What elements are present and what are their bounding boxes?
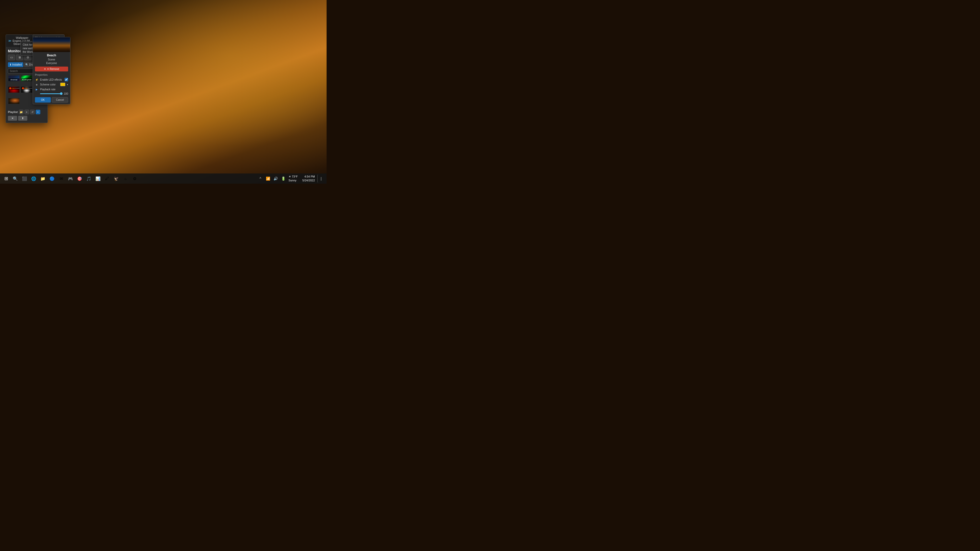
taskbar-mail[interactable]: ✉ [57,175,65,183]
taskbar-weather[interactable]: ☀ 73°F Sunny [288,173,300,184]
taskbar-app2[interactable]: ⚙ [130,175,139,183]
properties-title: Properties [35,73,68,76]
wallpaper-item-cue1[interactable]: CUE ENABLED [8,86,20,93]
led-effects-label: Enable LED effects [40,78,63,81]
taskbar-game2[interactable]: 🎯 [76,175,84,183]
color-icon: ◈ [35,83,38,86]
wallpaper-label-audiophile: Audiophile [21,78,32,81]
clock-date: 5/24/2022 [302,179,315,183]
playback-value: 100 [62,92,68,95]
weather-temp: ☀ 73°F [289,175,298,179]
monitor-screen-icon: ▭ [10,56,13,59]
cue-enabled-1: ENABLED [15,87,20,89]
cue-text-2: CUE [24,87,27,89]
discover-icon: 🔍 [25,63,28,66]
property-row-led: ⚡ Enable LED effects [35,78,68,81]
taskbar-steam[interactable]: ♨ [121,175,130,183]
cue-enabled-2: ENABLED [28,87,33,89]
playback-slider[interactable]: 100 [40,92,68,95]
taskbar-game1[interactable]: 🎮 [66,175,75,183]
wallpaper-label-arsenal: Arsenal [8,78,19,81]
window-footer: ✕ ⬆ [8,116,45,121]
sys-network-icon[interactable]: 📶 [264,175,272,183]
led-effects-checkbox[interactable] [65,78,68,81]
tab-installed[interactable]: ⬇ Installed [8,62,23,67]
taskbar-pen[interactable]: 🖊 [103,175,111,183]
playback-slider-row: 100 [35,92,68,95]
taskbar-app1[interactable]: 🦅 [112,175,121,183]
taskbar-search[interactable]: 🔍 [11,175,19,183]
sys-volume-icon[interactable]: 🔊 [272,175,279,183]
ok-button[interactable]: OK [35,97,51,103]
taskbar-chrome[interactable]: 🔵 [48,175,56,183]
remove-x-icon: ✕ [44,68,46,70]
wallpaper-item-galaxy[interactable] [8,98,20,104]
slider-fill [40,94,62,94]
taskbar-task-view[interactable]: ⬛ [21,175,29,183]
beach-detail-body: Beach Scene Everyone ✕ ✕ Remove Properti… [33,52,70,104]
sys-tray-arrow[interactable]: ^ [257,175,264,183]
lightning-icon: ⚡ [35,78,38,81]
taskbar-explorer[interactable]: 📁 [39,175,47,183]
color-swatch[interactable] [60,83,65,86]
sys-battery-icon[interactable]: 🔋 [280,175,287,183]
taskbar-music[interactable]: 🎵 [85,175,93,183]
playlist-label: Playlist [8,110,18,114]
wallpaper-item-cue2[interactable]: CUE ENABLED [21,86,33,93]
playback-rate-label: Playback rate [40,88,68,91]
cue-badge-2: CUE ENABLED [21,87,33,89]
taskbar-office[interactable]: 📊 [94,175,102,183]
installed-icon: ⬇ [10,63,11,66]
taskbar: ⊞ 🔍 ⬛ 🌐 📁 🔵 ✉ 🎮 🎯 🎵 📊 🖊 🦅 ♨ ⚙ ^ 📶 🔊 🔋 ☀ … [0,173,326,184]
cue-badge-1: CUE ENABLED [9,87,20,89]
playlist-list-btn[interactable]: ≡ [24,110,29,114]
beach-detail-popup: Beach Scene Everyone ✕ ✕ Remove Properti… [33,37,70,104]
beach-audience: Everyone [35,62,68,65]
cue-logo-1 [9,87,11,89]
playlist-add-btn[interactable]: + [36,110,40,114]
color-dropdown-arrow[interactable]: ▾ [67,83,68,86]
play-icon: ▶ [35,87,38,91]
expand-button[interactable]: ≫ [8,39,11,43]
taskbar-edge[interactable]: 🌐 [30,175,38,183]
wallpaper-item-audiophile[interactable]: Audiophile [21,75,33,82]
start-button[interactable]: ⊞ [2,175,10,183]
add-icon: + [37,111,39,114]
properties-section: Properties ⚡ Enable LED effects ◈ Scheme… [35,73,68,95]
property-row-playback: ▶ Playback rate [35,87,68,91]
remove-button[interactable]: ✕ ✕ Remove [35,67,68,71]
folder-icon: 📁 [20,111,23,114]
footer-upload-btn[interactable]: ⬆ [18,116,27,121]
footer-remove-btn[interactable]: ✕ [8,116,17,121]
playlist-refresh-btn[interactable]: ↺ [30,110,35,114]
slider-handle[interactable] [60,92,62,95]
beach-preview-image [33,37,70,52]
cue-text-1: CUE [11,87,15,89]
beach-type: Scene [35,58,68,61]
clock-time: 4:54 PM [304,175,315,179]
beach-name: Beach [35,54,68,57]
weather-condition: Sunny [289,179,296,183]
property-row-color: ◈ Scheme color ▾ [35,83,68,86]
scheme-color-label: Scheme color [40,83,59,86]
playlist-row: Playlist 📁 ≡ ↺ + [8,110,45,114]
monitor-display-icon: 🖥 [18,56,21,59]
cue-logo-2 [22,87,24,89]
wallpaper-thumb-galaxy [8,98,19,104]
list-icon: ≡ [26,111,27,114]
show-desktop-btn[interactable]: | [317,175,325,183]
refresh-icon: ↺ [31,111,33,114]
taskbar-clock[interactable]: 4:54 PM 5/24/2022 [300,173,317,184]
popup-footer: OK Cancel [35,97,68,103]
wallpaper-item-arsenal[interactable]: Arsenal [8,75,20,82]
monitor-icon-btn[interactable]: ▭ [8,55,15,60]
slider-track [40,94,62,94]
gear-icon: ⚙ [27,56,29,59]
taskbar-system-tray: ^ 📶 🔊 🔋 ☀ 73°F Sunny 4:54 PM 5/24/2022 | [257,173,325,184]
cancel-button[interactable]: Cancel [52,97,68,103]
playlist-folder-btn[interactable]: 📁 [19,110,24,114]
